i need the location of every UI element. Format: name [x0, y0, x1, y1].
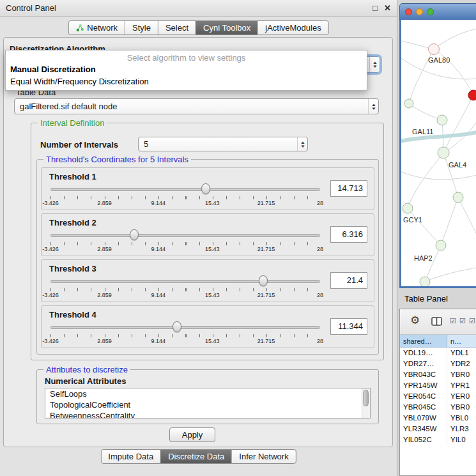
- threshold-slider[interactable]: -3.4262.8599.14415.4321.71528: [50, 182, 320, 209]
- number-of-intervals-combobox[interactable]: 5 ▲ ▼: [138, 137, 308, 151]
- tab-impute-data[interactable]: Impute Data: [101, 450, 160, 463]
- gear-icon[interactable]: ⚙: [410, 315, 420, 326]
- tick-label: 21.715: [257, 338, 275, 344]
- combobox-stepper-icon[interactable]: ▲ ▼: [368, 99, 378, 114]
- slider-track[interactable]: [50, 280, 320, 283]
- dropdown-option-equal-width-frequency[interactable]: Equal Width/Frequency Discretization: [6, 75, 367, 88]
- tab-jactivemodules[interactable]: jActiveModules: [257, 21, 328, 35]
- tab-label: Style: [132, 23, 151, 33]
- tick-label: 2.859: [97, 292, 112, 298]
- threshold-slider[interactable]: -3.4262.8599.14415.4321.71528: [50, 320, 320, 347]
- network-node-gal80[interactable]: [429, 44, 440, 55]
- slider-ticks: [50, 196, 321, 199]
- tab-discretize-data[interactable]: Discretize Data: [160, 450, 231, 463]
- network-node-hap2[interactable]: [436, 240, 446, 250]
- tick-label: 28: [317, 246, 323, 252]
- tab-infer-network[interactable]: Infer Network: [231, 450, 295, 463]
- float-window-icon[interactable]: □: [372, 4, 378, 12]
- control-panel-title: Control Panel: [6, 3, 56, 13]
- table-row[interactable]: YLR345WYLR3: [400, 424, 476, 434]
- app-root: Control Panel □ ✕ NetworkStyleSelectCyni…: [0, 0, 476, 476]
- threshold-value-field[interactable]: 6.316: [330, 226, 367, 243]
- tick-label: 28: [317, 200, 323, 206]
- table-row[interactable]: YDL19…YDL1: [400, 348, 476, 358]
- scrollbar-thumb[interactable]: [363, 390, 369, 406]
- table-cell: YPR1: [447, 380, 476, 391]
- table-cell: YBL0: [447, 413, 476, 424]
- close-window-icon[interactable]: ✕: [384, 4, 391, 12]
- arrow-down-icon: ▼: [372, 65, 378, 68]
- tick-label: 9.144: [151, 292, 166, 298]
- attribute-list-item[interactable]: SelfLoops: [45, 388, 370, 399]
- tick-label: 21.715: [257, 246, 275, 252]
- close-traffic-light-icon[interactable]: [405, 8, 412, 15]
- combobox-stepper-icon[interactable]: ▲ ▼: [369, 57, 380, 72]
- dropdown-option-manual-discretization[interactable]: Manual Discretization: [6, 63, 367, 75]
- table-row[interactable]: YDR27…YDR2: [400, 358, 476, 369]
- threshold-label: Threshold 1: [49, 172, 96, 181]
- combobox-stepper-icon[interactable]: ▲ ▼: [297, 137, 307, 151]
- table-data-combobox-value: galFiltered.sif default node: [15, 102, 368, 111]
- threshold-value-field[interactable]: 11.344: [330, 318, 367, 335]
- slider-handle[interactable]: [173, 321, 181, 332]
- slider-ticks: [50, 242, 321, 245]
- apply-button[interactable]: Apply: [169, 427, 215, 442]
- slider-track[interactable]: [50, 234, 320, 237]
- attributes-group-title: Attributes to discretize: [43, 365, 130, 374]
- attribute-items: SelfLoopsTopologicalCoefficientBetweenne…: [45, 388, 370, 418]
- slider-track[interactable]: [50, 188, 320, 191]
- attribute-list-item[interactable]: BetweennessCentrality: [45, 410, 370, 418]
- network-node-label-gcy1: GCY1: [403, 216, 422, 224]
- number-of-intervals-value: 5: [139, 139, 297, 149]
- threshold-value-field[interactable]: 21.4: [330, 272, 367, 289]
- columns-icon[interactable]: [431, 317, 442, 326]
- table-row[interactable]: YBR043CYBR0: [400, 369, 476, 380]
- network-node-gal4[interactable]: [438, 147, 449, 158]
- tab-network[interactable]: Network: [68, 21, 125, 35]
- list-scrollbar[interactable]: [362, 388, 370, 418]
- column-header-shared-name[interactable]: shared…: [400, 335, 447, 347]
- threshold-value-field[interactable]: 14.713: [330, 180, 367, 197]
- minimize-traffic-light-icon[interactable]: [416, 8, 423, 15]
- select-checkbox-icon[interactable]: ☑: [459, 318, 466, 325]
- slider-handle[interactable]: [201, 183, 210, 194]
- network-canvas[interactable]: GAL80GAL11GAL4GCY1HAP2: [399, 20, 476, 288]
- network-node-label-gal11: GAL11: [412, 128, 433, 135]
- threshold-slider[interactable]: -3.4262.8599.14415.4321.71528: [50, 274, 320, 301]
- table-row[interactable]: YPR145WYPR1: [400, 380, 476, 391]
- interval-definition-title: Interval Definition: [38, 118, 107, 128]
- select-checkbox-icon[interactable]: ☑: [469, 318, 475, 325]
- attribute-list-item[interactable]: TopologicalCoefficient: [45, 399, 370, 410]
- tick-label: 15.43: [205, 338, 220, 344]
- column-header-name[interactable]: n…: [447, 335, 476, 347]
- slider-tick-labels: -3.4262.8599.14415.4321.71528: [50, 292, 320, 299]
- threshold-slider[interactable]: -3.4262.8599.14415.4321.71528: [50, 228, 320, 255]
- table-row[interactable]: YIL052CYIL0: [400, 434, 476, 445]
- zoom-traffic-light-icon[interactable]: [427, 8, 434, 15]
- network-node[interactable]: [420, 277, 430, 287]
- table-row[interactable]: YBR045CYBR0: [400, 402, 476, 413]
- table-cell: YBR0: [447, 402, 476, 413]
- numerical-attributes-list[interactable]: SelfLoopsTopologicalCoefficientBetweenne…: [45, 388, 371, 418]
- tick-label: -3.426: [42, 292, 59, 298]
- numerical-attributes-label: Numerical Attributes: [45, 376, 126, 386]
- network-node-selected[interactable]: [468, 90, 476, 100]
- network-node[interactable]: [453, 192, 463, 203]
- tab-cyni-toolbox[interactable]: Cyni Toolbox: [196, 21, 257, 35]
- table-row[interactable]: YBL079WYBL0: [400, 413, 476, 424]
- table-row[interactable]: YER054CYER0: [400, 391, 476, 402]
- slider-handle[interactable]: [259, 275, 268, 286]
- slider-handle[interactable]: [130, 229, 139, 240]
- tab-label: jActiveModules: [265, 23, 321, 33]
- select-checkbox-icon[interactable]: ☑: [450, 318, 456, 325]
- tab-select[interactable]: Select: [158, 21, 196, 35]
- table-cell: YIL0: [447, 434, 476, 445]
- network-node-gcy1[interactable]: [403, 203, 413, 213]
- network-node[interactable]: [404, 99, 413, 108]
- tab-style[interactable]: Style: [125, 21, 158, 35]
- tick-label: -3.426: [42, 246, 59, 252]
- slider-track[interactable]: [50, 326, 320, 329]
- table-data-combobox[interactable]: galFiltered.sif default node ▲ ▼: [14, 98, 379, 114]
- network-node-gal11[interactable]: [437, 115, 447, 125]
- tick-label: -3.426: [42, 338, 59, 344]
